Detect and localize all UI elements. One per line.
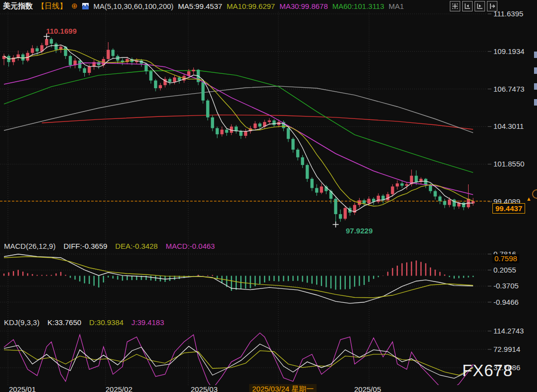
x-axis-date-label: 2025/03 <box>191 385 217 392</box>
macd-highlight-tag: 0.7598 <box>492 254 519 263</box>
kdj-j-value: J:39.4183 <box>131 318 164 327</box>
kdj-k-value: K:33.7650 <box>48 318 81 327</box>
axis-scale-left-icon <box>464 3 471 9</box>
edge-glyph-fragment <box>534 67 537 74</box>
x-axis-date-label: 2025/01 <box>9 385 36 392</box>
kdj-params-label: KDJ(9,3,3) <box>4 318 40 327</box>
x-axis-date-label: 2025/05 <box>354 385 381 392</box>
axis-scale-right-button[interactable] <box>475 1 485 11</box>
edge-glyph-fragment <box>534 83 537 90</box>
macd-header: MACD(26,12,9) DIFF:-0.3659 DEA:-0.3428 M… <box>4 242 215 250</box>
last-price-tag: 99.4437 <box>492 203 525 214</box>
kdj-d-value: D:30.9384 <box>89 318 123 327</box>
y-axis-label-main: 111.6395 <box>493 9 523 18</box>
kdj-header: KDJ(9,3,3) K:33.7650 D:30.9384 J:39.4183 <box>4 318 164 327</box>
edge-glyph-fragment <box>534 52 537 58</box>
move-crosshair-button[interactable] <box>450 1 460 11</box>
ma10-value: MA10:99.6297 <box>227 2 275 10</box>
axis-scale-right-icon <box>477 3 483 9</box>
chart-plot-area[interactable] <box>0 0 537 392</box>
y-axis-label-main: 106.7473 <box>493 85 525 93</box>
ma100-value-truncated: MA1 <box>389 2 404 10</box>
chart-type-icon[interactable] <box>82 2 89 10</box>
pan-exit-right-icon <box>489 3 495 9</box>
y-axis-label-macd: 0.2055 <box>493 266 516 274</box>
y-axis-label-kdj: 114.2743 <box>493 327 524 335</box>
selected-date-tag: 2025/03/24 星期一 <box>249 384 317 392</box>
macd-dea-value: DEA:-0.3428 <box>115 242 158 250</box>
macd-diff-value: DIFF:-0.3659 <box>63 242 107 250</box>
y-axis-label-main: 104.3011 <box>493 122 524 130</box>
low-price-annotation: 97.9229 <box>346 226 373 235</box>
y-axis-label-kdj: 72.9914 <box>493 345 520 353</box>
y-axis-label-main: 101.8550 <box>493 160 525 168</box>
high-price-annotation: 110.1699 <box>46 27 77 35</box>
ma5-value: MA5:99.4537 <box>178 2 222 10</box>
chart-window: 美元指数 【日线】 ⊕ MA(5,10,30,60,100,200) MA5:9… <box>0 0 537 392</box>
y-axis-label-main: 109.1934 <box>493 47 525 56</box>
y-axis-label-macd: -0.9466 <box>493 298 519 306</box>
price-up-arrow-icon: ▲ <box>526 196 532 202</box>
ma-params-label: MA(5,10,30,60,100,200) <box>94 2 174 10</box>
symbol-title: 美元指数 <box>3 1 33 11</box>
period-selector[interactable]: 【日线】 <box>37 1 67 11</box>
add-indicator-icon[interactable]: ⊕ <box>71 1 78 10</box>
main-header: 美元指数 【日线】 ⊕ MA(5,10,30,60,100,200) MA5:9… <box>3 0 404 11</box>
ma30-value: MA30:99.8678 <box>279 2 328 10</box>
ma60-value: MA60:101.3113 <box>332 2 384 10</box>
fx678-watermark: FX678 <box>462 361 513 380</box>
macd-params-label: MACD(26,12,9) <box>4 242 55 250</box>
chart-toolbar <box>450 1 497 11</box>
macd-macd-value: MACD:-0.0463 <box>165 242 215 250</box>
move-crosshair-icon <box>452 3 458 9</box>
edge-glyph-fragment <box>534 99 537 106</box>
x-axis-date-label: 2025/02 <box>106 385 132 392</box>
y-axis-label-macd: -0.3705 <box>493 281 519 290</box>
axis-scale-left-button[interactable] <box>462 1 473 11</box>
